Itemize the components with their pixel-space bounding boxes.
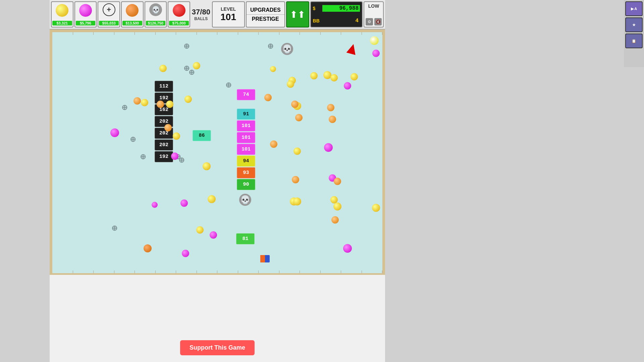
toolbar: $3,321 $5,796 + $55,033 $13,500 💀 $126,7…: [50, 0, 385, 29]
block-101b: 101: [237, 132, 255, 143]
sound-icon[interactable]: 🔇: [374, 18, 382, 25]
ball-magenta-5: [182, 250, 189, 257]
ball-orange-3: [164, 124, 172, 131]
ball-btn-orange-dark[interactable]: $13,500: [121, 1, 144, 27]
money-box: $ 96,988 BB 4: [310, 1, 363, 27]
ball-yellow-15: [208, 195, 216, 203]
ball-top-right: [370, 36, 379, 45]
block-74: 74: [237, 89, 255, 100]
ball-yellow-2: [193, 62, 200, 69]
ball-magenta-2: [171, 153, 178, 160]
skull-icon-1: 💀: [281, 43, 293, 55]
ball-skull-price: $126,750: [146, 21, 166, 25]
ball-magenta-4: [152, 202, 158, 208]
ball-yellow-19: [333, 202, 341, 210]
ball-yellow-5: [270, 66, 276, 72]
ball-orange-9: [270, 140, 277, 148]
ball-magenta-8: [343, 244, 352, 253]
right-sidebar: ▶ A ★ 📋: [624, 0, 644, 67]
ball-magenta-9: [210, 231, 217, 239]
support-game-button[interactable]: Support This Game: [180, 340, 255, 355]
ball-yellow-7: [287, 80, 294, 88]
ball-yellow-13: [293, 147, 301, 155]
ball-red-icon: [173, 4, 185, 17]
block-202c: 202: [155, 139, 173, 150]
arrows-icon: ⬆⬆: [290, 9, 305, 20]
ball-orange-12: [331, 216, 339, 224]
skull-icon-2: 💀: [239, 194, 251, 206]
block-101a: 101: [237, 120, 255, 131]
block-91: 91: [237, 109, 255, 120]
balls-count-value: 37/80: [192, 8, 210, 16]
ball-yellow-17: [293, 197, 301, 205]
plus-icon-6[interactable]: ⊕: [121, 103, 127, 112]
ball-yellow-20: [372, 204, 380, 212]
dollar-label: $: [313, 6, 321, 11]
ball-add-icon: +: [103, 3, 115, 16]
prestige-label: PRESTIGE: [252, 16, 279, 22]
plus-icon-4[interactable]: ⊕: [189, 68, 195, 77]
ball-orange-5: [291, 101, 299, 108]
block-112: 112: [155, 81, 173, 92]
block-86: 86: [193, 130, 211, 141]
ball-orange-10: [292, 176, 299, 183]
bb-label: BB: [313, 18, 321, 23]
ball-btn-add[interactable]: + $55,033: [98, 1, 120, 27]
ball-skull-icon: 💀: [149, 3, 162, 16]
balls-label: BALLS: [194, 16, 208, 21]
block-101c: 101: [237, 144, 255, 155]
block-94: 94: [237, 156, 255, 167]
upgrades-label: UPGRADES: [250, 7, 281, 13]
tick-row-top: [52, 32, 382, 35]
ball-orange-11: [334, 178, 341, 185]
ball-add-price: $55,033: [99, 21, 119, 25]
balls-count: 37/80 BALLS: [191, 1, 211, 27]
plus-icon-1[interactable]: ⊕: [183, 42, 190, 51]
level-box: LEVEL 101: [212, 1, 245, 27]
ball-orange-dark-price: $13,500: [122, 21, 142, 25]
sidebar-btn-1[interactable]: ▶ A: [625, 1, 643, 16]
ball-yellow-4: [141, 99, 148, 106]
ball-orange-dark-icon: [126, 4, 139, 17]
sidebar-btn-3[interactable]: 📋: [625, 34, 643, 48]
ball-magenta-price: $5,796: [76, 21, 96, 25]
ball-yellow-14: [203, 162, 211, 170]
money-value: 96,988: [322, 5, 360, 12]
ball-yellow-22: [173, 132, 180, 140]
game-container: $3,321 $5,796 + $55,033 $13,500 💀 $126,7…: [50, 0, 385, 275]
gear-icon[interactable]: ⚙: [366, 18, 373, 25]
tick-row-bottom: [52, 270, 382, 273]
block-90: 90: [237, 179, 255, 190]
arrow-block-orange4: [260, 255, 265, 262]
plus-icon-10[interactable]: ⊕: [178, 156, 184, 165]
plus-icon-8[interactable]: ⊕: [140, 153, 146, 161]
prestige-arrows-btn[interactable]: ⬆⬆: [286, 1, 309, 27]
ball-yellow-1: [159, 65, 167, 72]
level-label: LEVEL: [221, 6, 236, 12]
quality-icons: ⚙ 🔇: [366, 18, 382, 25]
plus-icon-5[interactable]: ⊕: [225, 81, 231, 89]
block-192b: 192: [155, 151, 173, 162]
ball-orange-1: [133, 97, 141, 105]
ball-orange-4: [264, 94, 272, 101]
ball-yellow-23: [196, 226, 204, 234]
ball-btn-yellow[interactable]: $3,321: [51, 1, 73, 27]
ball-magenta-6: [324, 143, 333, 152]
plus-icon-7[interactable]: ⊕: [130, 135, 136, 144]
ball-yellow-8: [310, 72, 318, 79]
upgrades-prestige-box[interactable]: UPGRADES PRESTIGE: [246, 1, 285, 27]
plus-icon-11[interactable]: ⊕: [111, 224, 117, 233]
ball-btn-skull[interactable]: 💀 $126,750: [145, 1, 167, 27]
ball-orange-2: [157, 101, 164, 108]
ball-magenta-top-right: [372, 50, 380, 57]
quality-box: LOW ⚙ 🔇: [364, 1, 384, 27]
divider: [247, 14, 284, 15]
sidebar-btn-2[interactable]: ★: [625, 17, 643, 32]
ball-btn-red[interactable]: $75,000: [168, 1, 190, 27]
ball-btn-magenta[interactable]: $5,796: [74, 1, 97, 27]
ball-yellow-21: [166, 101, 173, 108]
ball-orange-8: [329, 116, 336, 123]
plus-icon-2[interactable]: ⊕: [267, 42, 273, 51]
block-93: 93: [237, 167, 255, 178]
game-field[interactable]: 112 192 162 202 202 202 192 86 74 91 101…: [50, 29, 385, 276]
